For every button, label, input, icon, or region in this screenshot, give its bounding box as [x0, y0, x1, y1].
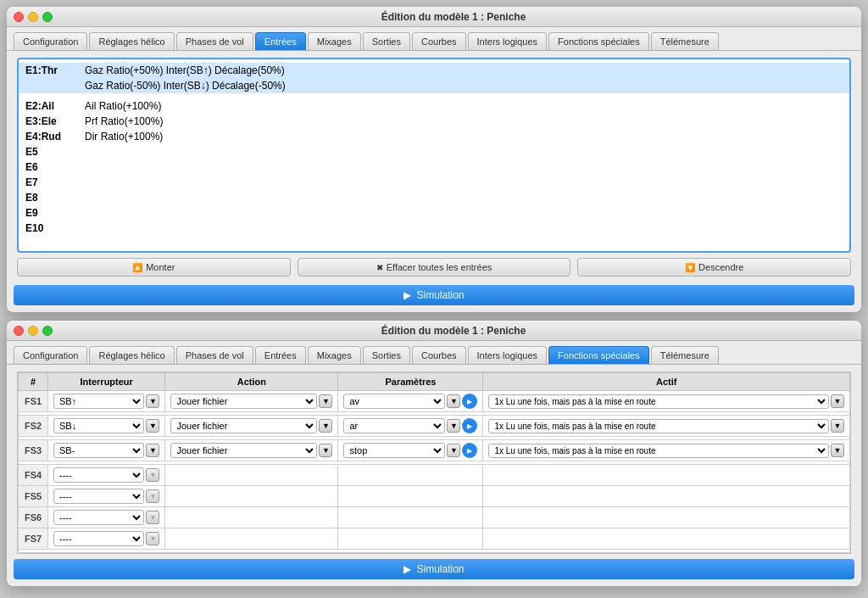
param-arrow-0[interactable]: ▼ [447, 394, 460, 408]
switch-arrow-1[interactable]: ▼ [146, 419, 159, 433]
tab-configuration-2[interactable]: Configuration [14, 346, 87, 364]
row-action-0: Jouer fichier ▼ [165, 391, 338, 412]
switch-arrow-dim-5[interactable]: ▼ [146, 511, 159, 524]
tab-phases-vol-1[interactable]: Phases de vol [176, 32, 253, 50]
row-id-2: FS3 [19, 440, 48, 461]
switch-select-dim-5[interactable]: ---- [53, 510, 144, 525]
tab-mixages-1[interactable]: Mixages [308, 32, 361, 50]
action-arrow-0[interactable]: ▼ [319, 394, 332, 408]
action-arrow-1[interactable]: ▼ [319, 419, 332, 433]
active-select-1[interactable]: 1x Lu une fois, mais pas à la mise en ro… [488, 419, 829, 433]
col-header-actif: Actif [483, 373, 850, 391]
switch-select-1[interactable]: SB↓ [53, 418, 144, 433]
tab-reglages-helico-1[interactable]: Réglages hélico [89, 32, 174, 50]
entry-e4[interactable]: E4:Rud Dir Ratio(+100%) [19, 129, 849, 144]
tab-sorties-1[interactable]: Sorties [363, 32, 410, 50]
active-select-0[interactable]: 1x Lu une fois, mais pas à la mise en ro… [488, 394, 829, 409]
entry-e1-line1[interactable]: E1:Thr Gaz Ratio(+50%) Inter(SB↑) Décala… [19, 63, 849, 78]
switch-arrow-0[interactable]: ▼ [146, 394, 159, 408]
active-arrow-2[interactable]: ▼ [831, 444, 844, 457]
row-id-0: FS1 [19, 391, 48, 412]
tab-reglages-helico-2[interactable]: Réglages hélico [89, 346, 174, 364]
row-switch-1[interactable]: SB↓ ▼ [48, 416, 165, 437]
tab-inters-logiques-2[interactable]: Inters logiques [468, 346, 548, 364]
row-param-4 [338, 486, 483, 507]
param-select-0[interactable]: av [343, 394, 445, 409]
switch-select-0[interactable]: SB↑ [53, 394, 144, 409]
active-arrow-0[interactable]: ▼ [831, 394, 844, 408]
switch-arrow-2[interactable]: ▼ [146, 444, 159, 457]
table-row: FS4 ---- ▼ [19, 465, 850, 486]
tab-bar-1: Configuration Réglages hélico Phases de … [7, 27, 861, 51]
row-switch-2[interactable]: SB- ▼ [48, 440, 165, 461]
func-table-container: # Interrupteur Action Paramètres Actif F… [17, 372, 851, 554]
entry-e3[interactable]: E3:Ele Prf Ratio(+100%) [19, 114, 849, 129]
switch-arrow-dim-4[interactable]: ▼ [146, 489, 159, 503]
tab-fonctions-speciales-2[interactable]: Fonctions spéciales [548, 346, 649, 364]
tab-entrees-1[interactable]: Entrées [255, 32, 306, 50]
active-select-2[interactable]: 1x Lu une fois, mais pas à la mise en ro… [488, 444, 829, 458]
maximize-button-1[interactable] [42, 12, 53, 22]
monter-button[interactable]: 🔼 Monter [17, 258, 291, 277]
param-select-1[interactable]: ar [343, 418, 445, 433]
tab-sorties-2[interactable]: Sorties [363, 346, 410, 364]
entry-e2-val: Ail Ratio(+100%) [85, 100, 161, 112]
entry-e7[interactable]: E7 [19, 175, 849, 190]
descendre-button[interactable]: 🔽 Descendre [577, 258, 851, 277]
switch-arrow-dim-3[interactable]: ▼ [146, 468, 159, 482]
param-play-2[interactable]: ▶ [462, 443, 477, 458]
tab-phases-vol-2[interactable]: Phases de vol [176, 346, 253, 364]
param-select-2[interactable]: stop [343, 443, 445, 458]
row-switch-3: ---- ▼ [48, 465, 165, 486]
entry-e10[interactable]: E10 [19, 221, 849, 236]
row-switch-5: ---- ▼ [48, 507, 165, 528]
sim-label-2: Simulation [416, 563, 464, 575]
minimize-button-2[interactable] [28, 326, 38, 336]
minimize-button-1[interactable] [28, 12, 38, 22]
entry-e10-key: E10 [25, 222, 85, 234]
action-select-0[interactable]: Jouer fichier [170, 394, 317, 409]
entry-e2[interactable]: E2:Ail Ail Ratio(+100%) [19, 98, 849, 114]
param-play-0[interactable]: ▶ [462, 394, 477, 409]
tab-courbes-1[interactable]: Courbes [412, 32, 466, 50]
switch-select-dim-4[interactable]: ---- [53, 489, 144, 504]
entry-e1-line2[interactable]: Gaz Ratio(-50%) Inter(SB↓) Décalage(-50%… [19, 78, 849, 93]
close-button-1[interactable] [14, 12, 24, 22]
entry-e6[interactable]: E6 [19, 159, 849, 175]
switch-select-dim-6[interactable]: ---- [53, 531, 144, 546]
entry-e5[interactable]: E5 [19, 144, 849, 159]
param-arrow-1[interactable]: ▼ [447, 419, 460, 433]
maximize-button-2[interactable] [42, 326, 53, 336]
tab-courbes-2[interactable]: Courbes [412, 346, 466, 364]
sim-play-icon-1: ▶ [403, 289, 411, 301]
param-play-1[interactable]: ▶ [462, 418, 477, 433]
tab-telemesure-1[interactable]: Télémesure [651, 32, 719, 50]
action-select-2[interactable]: Jouer fichier [170, 443, 317, 458]
row-id-6: FS7 [19, 528, 48, 550]
window-2: Édition du modèle 1 : Peniche Configurat… [7, 321, 861, 586]
entry-e9[interactable]: E9 [19, 205, 849, 221]
switch-select-dim-3[interactable]: ---- [53, 467, 144, 483]
entry-e8[interactable]: E8 [19, 190, 849, 205]
row-param-6 [338, 528, 483, 550]
row-param-0: av ▼ ▶ [338, 391, 483, 412]
active-arrow-1[interactable]: ▼ [831, 419, 844, 433]
row-switch-0[interactable]: SB↑ ▼ [48, 391, 165, 412]
effacer-button[interactable]: ✖ Effacer toutes les entrées [298, 258, 571, 277]
entry-e8-key: E8 [25, 192, 85, 204]
simulation-bar-2[interactable]: ▶ Simulation [14, 559, 854, 579]
sim-label-1: Simulation [416, 289, 464, 301]
switch-arrow-dim-6[interactable]: ▼ [146, 532, 159, 545]
param-arrow-2[interactable]: ▼ [447, 444, 460, 457]
action-select-1[interactable]: Jouer fichier [170, 418, 317, 433]
tab-telemesure-2[interactable]: Télémesure [651, 346, 719, 364]
action-arrow-2[interactable]: ▼ [319, 444, 332, 457]
tab-inters-logiques-1[interactable]: Inters logiques [468, 32, 548, 50]
close-button-2[interactable] [14, 326, 24, 336]
tab-fonctions-speciales-1[interactable]: Fonctions spéciales [548, 32, 649, 50]
switch-select-2[interactable]: SB- [53, 443, 144, 458]
tab-entrees-2[interactable]: Entrées [255, 346, 306, 364]
tab-configuration-1[interactable]: Configuration [14, 32, 87, 50]
simulation-bar-1[interactable]: ▶ Simulation [14, 285, 854, 305]
tab-mixages-2[interactable]: Mixages [308, 346, 361, 364]
